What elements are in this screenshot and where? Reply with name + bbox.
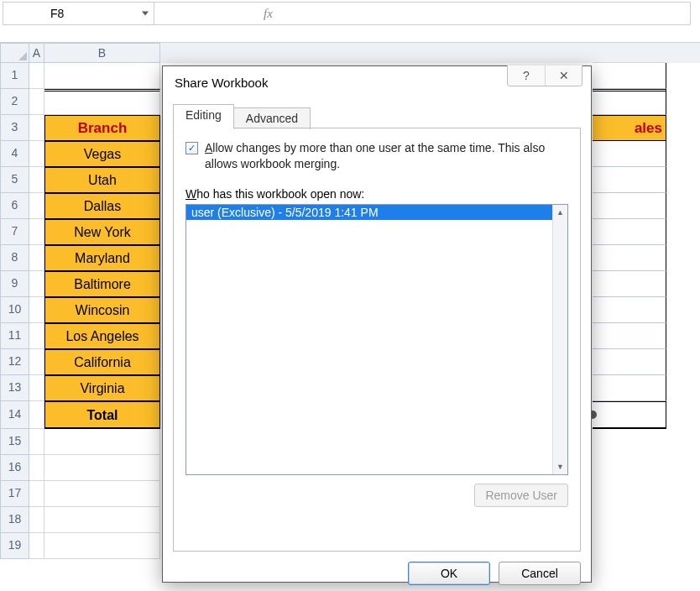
row-header[interactable]: 5 (0, 167, 29, 193)
row-header[interactable]: 2 (0, 89, 29, 115)
cell[interactable] (29, 271, 44, 297)
total-cell[interactable]: Total (44, 401, 160, 429)
formula-area[interactable]: fx (154, 7, 273, 21)
cell[interactable] (29, 141, 44, 167)
branch-cell[interactable]: Dallas (44, 193, 160, 219)
branch-header-cell[interactable]: Branch (44, 115, 160, 141)
close-icon: ✕ (559, 69, 569, 82)
cell[interactable] (29, 323, 44, 349)
cell[interactable] (29, 349, 44, 375)
scroll-up-icon[interactable]: ▲ (553, 205, 567, 220)
formula-bar: F8 fx (3, 2, 691, 25)
cell[interactable] (29, 115, 44, 141)
row-header[interactable]: 3 (0, 115, 29, 141)
cell[interactable] (29, 481, 44, 507)
select-all-corner[interactable] (0, 43, 29, 63)
cell[interactable] (44, 429, 160, 455)
dialog-title: Share Workbook (175, 76, 268, 90)
ok-button[interactable]: OK (408, 562, 490, 585)
cell[interactable] (44, 533, 160, 559)
branch-cell[interactable]: Baltimore (44, 271, 160, 297)
tab-advanced[interactable]: Advanced (233, 107, 311, 129)
cell[interactable] (29, 507, 44, 533)
remove-user-button: Remove User (474, 484, 568, 507)
name-box[interactable]: F8 (3, 3, 154, 24)
cell[interactable] (44, 507, 160, 533)
tab-strip: Editing Advanced (173, 103, 581, 128)
cell[interactable] (44, 89, 160, 115)
branch-cell[interactable]: Vegas (44, 141, 160, 167)
branch-cell[interactable]: New York (44, 219, 160, 245)
row-header[interactable]: 8 (0, 245, 29, 271)
row-header[interactable]: 14 (0, 401, 29, 429)
cell[interactable] (29, 401, 44, 429)
chevron-down-icon[interactable] (142, 12, 149, 16)
row-header[interactable]: 9 (0, 271, 29, 297)
col-header-b[interactable]: B (44, 43, 160, 63)
row-header[interactable]: 4 (0, 141, 29, 167)
row-header[interactable]: 7 (0, 219, 29, 245)
cell[interactable] (29, 193, 44, 219)
scrollbar[interactable]: ▲ ▼ (552, 205, 567, 474)
row-header[interactable]: 19 (0, 533, 29, 559)
cell[interactable] (29, 63, 44, 89)
help-icon: ? (523, 69, 530, 82)
cell[interactable] (29, 429, 44, 455)
cell[interactable] (29, 375, 44, 401)
branch-cell[interactable]: Los Angeles (44, 323, 160, 349)
row-header[interactable]: 15 (0, 429, 29, 455)
fx-icon[interactable]: fx (264, 7, 273, 21)
cell[interactable] (29, 219, 44, 245)
branch-cell[interactable]: Utah (44, 167, 160, 193)
cell[interactable] (29, 167, 44, 193)
cell[interactable] (44, 481, 160, 507)
close-button[interactable]: ✕ (545, 65, 582, 86)
users-listbox[interactable]: user (Exclusive) - 5/5/2019 1:41 PM ▲ ▼ (185, 204, 568, 475)
cell[interactable] (29, 89, 44, 115)
user-list-item[interactable]: user (Exclusive) - 5/5/2019 1:41 PM (186, 205, 552, 220)
share-workbook-dialog: Share Workbook ? ✕ Editing Advanced Allo… (162, 65, 592, 583)
row-header[interactable]: 16 (0, 455, 29, 481)
help-button[interactable]: ? (508, 65, 545, 86)
cell[interactable] (29, 533, 44, 559)
cancel-button[interactable]: Cancel (499, 562, 581, 585)
tab-editing[interactable]: Editing (173, 104, 234, 129)
branch-cell[interactable]: California (44, 349, 160, 375)
allow-changes-checkbox[interactable] (185, 142, 198, 154)
right-column-sliver: ales (593, 43, 666, 429)
row-header[interactable]: 11 (0, 323, 29, 349)
row-header[interactable]: 6 (0, 193, 29, 219)
row-header[interactable]: 18 (0, 507, 29, 533)
allow-changes-label: Allow changes by more than one user at t… (205, 140, 568, 172)
row-header[interactable]: 17 (0, 481, 29, 507)
branch-cell[interactable]: Virginia (44, 375, 160, 401)
cell[interactable] (29, 297, 44, 323)
row-header[interactable]: 10 (0, 297, 29, 323)
cell[interactable] (44, 455, 160, 481)
cell[interactable] (29, 245, 44, 271)
row-header[interactable]: 1 (0, 63, 29, 89)
branch-cell[interactable]: Wincosin (44, 297, 160, 323)
row-header[interactable]: 12 (0, 349, 29, 375)
who-open-label: Who has this workbook open now: (185, 187, 568, 201)
sales-header-fragment: ales (593, 115, 666, 141)
cell[interactable] (44, 63, 160, 89)
tab-page-editing: Allow changes by more than one user at t… (173, 128, 581, 552)
cell[interactable] (29, 455, 44, 481)
name-box-value: F8 (50, 7, 64, 20)
row-header[interactable]: 13 (0, 375, 29, 401)
dialog-titlebar[interactable]: Share Workbook ? ✕ (163, 66, 591, 98)
scroll-down-icon[interactable]: ▼ (553, 459, 567, 474)
branch-cell[interactable]: Maryland (44, 245, 160, 271)
col-header-a[interactable]: A (29, 43, 44, 63)
